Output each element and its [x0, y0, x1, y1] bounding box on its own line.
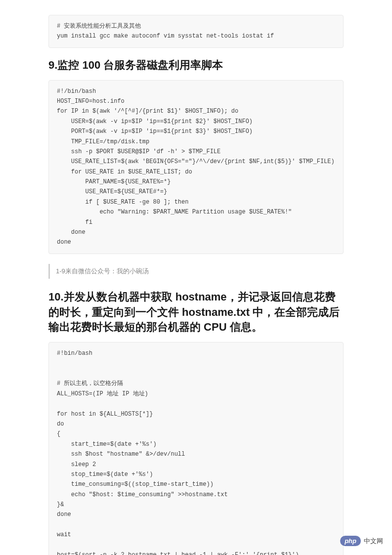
code-block-hostname: #!bin/bash # 所以主机，以空格分隔 ALL_HOSTS=(IP 地址…: [48, 342, 344, 555]
footer-text: 中文网: [364, 537, 383, 546]
footer-logo: php 中文网: [340, 536, 383, 546]
code-block-disk-monitor: #!/bin/bash HOST_INFO=host.info for IP i…: [48, 80, 344, 254]
heading-9: 9.监控 100 台服务器磁盘利用率脚本: [48, 58, 344, 73]
php-badge-icon: php: [340, 536, 361, 546]
code-block-install: # 安装系统性能分析工具及其他 yum install gcc make aut…: [48, 15, 344, 48]
heading-10: 10.并发从数台机器中获取 hostname，并记录返回信息花费的时长，重定向到…: [48, 290, 344, 335]
source-quote: 1-9来自微信公众号：我的小碗汤: [48, 264, 344, 279]
